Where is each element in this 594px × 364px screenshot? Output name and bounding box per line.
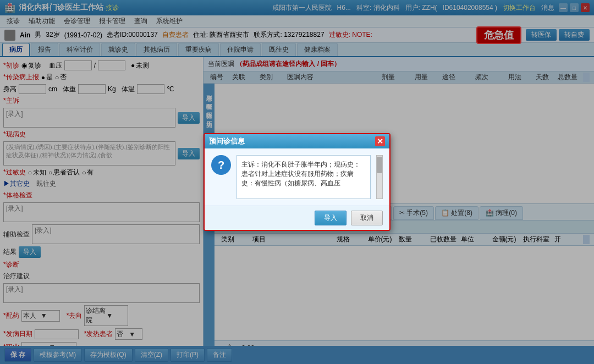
modal-content-text: 主诉：消化不良肚子胀半年内；现病史：患者针对上述症状没有服用药物；疾病史：有慢性… [237,155,371,199]
modal-body: ? 主诉：消化不良肚子胀半年内；现病史：患者针对上述症状没有服用药物；疾病史：有… [205,148,389,206]
modal-title-bar: 预问诊信息 ✕ [205,134,389,148]
modal-footer: 导入 取消 [205,206,389,230]
modal-title: 预问诊信息 [209,136,245,146]
modal-question-icon: ? [211,155,231,175]
modal-scrollbar[interactable] [376,155,383,199]
modal-close-btn[interactable]: ✕ [375,136,385,146]
modal-import-btn[interactable]: 导入 [315,211,346,225]
modal-overlay: 预问诊信息 ✕ ? 主诉：消化不良肚子胀半年内；现病史：患者针对上述症状没有服用… [0,0,594,364]
modal-cancel-btn[interactable]: 取消 [351,211,383,225]
modal-content-detail: 主诉：消化不良肚子胀半年内；现病史：患者针对上述症状没有服用药物；疾病史：有慢性… [241,161,360,187]
modal-pre-diagnosis: 预问诊信息 ✕ ? 主诉：消化不良肚子胀半年内；现病史：患者针对上述症状没有服用… [204,133,391,231]
